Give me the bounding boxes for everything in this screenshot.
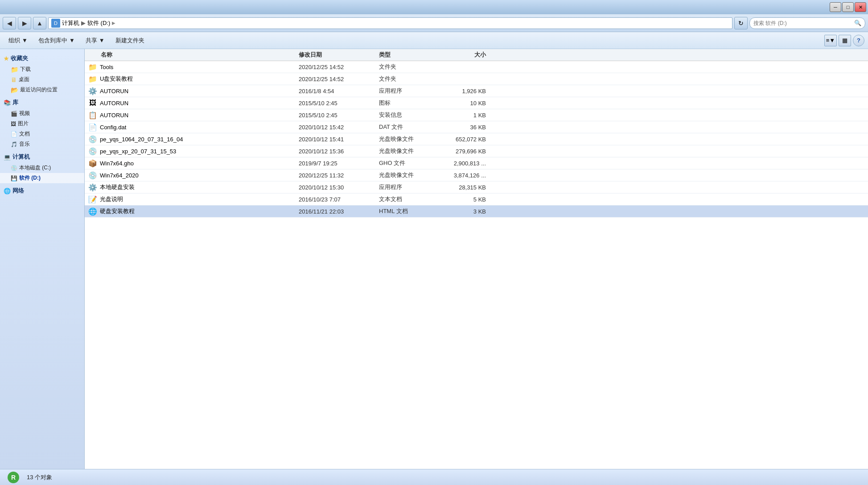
computer-header: 💻 计算机 (0, 151, 84, 163)
search-box[interactable]: 🔍 (749, 17, 865, 29)
table-row[interactable]: 📝 光盘说明 2016/10/23 7:07 文本文档 5 KB (85, 193, 868, 206)
sidebar-item-pictures[interactable]: 🖼 图片 (0, 119, 84, 129)
col-header-date[interactable]: 修改日期 (299, 51, 379, 59)
file-name-cell-0: 📁 Tools (85, 62, 299, 71)
file-name-text-5: Config.dat (100, 124, 126, 131)
table-row[interactable]: 📦 Win7x64.gho 2019/9/7 19:25 GHO 文件 2,90… (85, 157, 868, 169)
file-name-cell-6: 💿 pe_yqs_1064_20_07_31_16_04 (85, 135, 299, 144)
file-name-cell-9: 💿 Win7x64_2020 (85, 171, 299, 180)
status-icon: R (5, 471, 21, 484)
file-type-2: 应用程序 (379, 87, 441, 95)
documents-icon: 📄 (11, 131, 17, 137)
file-icon-12: 🌐 (88, 207, 97, 216)
refresh-button[interactable]: ↻ (734, 17, 748, 29)
file-name-text-0: Tools (100, 64, 113, 70)
library-header: 📚 库 (0, 97, 84, 108)
include-library-label: 包含到库中 (38, 37, 67, 45)
computer-icon: 💻 (4, 154, 11, 160)
path-arrow: ▶ (112, 21, 115, 25)
file-icon-7: 💿 (88, 147, 97, 156)
organize-button[interactable]: 组织 ▼ (4, 34, 33, 47)
col-header-name[interactable]: 名称 (85, 51, 299, 59)
file-type-12: HTML 文档 (379, 207, 441, 215)
network-section: 🌐 网络 (0, 185, 84, 197)
address-bar: ◀ ▶ ▲ D 计算机 ▶ 软件 (D:) ▶ ↻ 🔍 (0, 14, 868, 32)
file-date-2: 2016/1/8 4:54 (299, 88, 379, 95)
close-button[interactable]: ✕ (855, 2, 866, 12)
status-count: 13 个对象 (27, 473, 52, 481)
file-name-cell-7: 💿 pe_yqs_xp_20_07_31_15_53 (85, 147, 299, 156)
file-icon-8: 📦 (88, 159, 97, 168)
sidebar-item-local-c[interactable]: 💿 本地磁盘 (C:) (0, 163, 84, 173)
favorites-section: ★ 收藏夹 📁 下载 🖥 桌面 📂 最近访问的位置 (0, 53, 84, 95)
desktop-icon: 🖥 (11, 76, 17, 83)
sidebar: ★ 收藏夹 📁 下载 🖥 桌面 📂 最近访问的位置 📚 库 (0, 49, 85, 469)
maximize-button[interactable]: □ (842, 2, 854, 12)
table-row[interactable]: 📋 AUTORUN 2015/5/10 2:45 安装信息 1 KB (85, 109, 868, 121)
forward-button[interactable]: ▶ (18, 17, 31, 29)
file-size-3: 10 KB (441, 100, 495, 107)
up-button[interactable]: ▲ (33, 17, 46, 29)
file-name-text-9: Win7x64_2020 (100, 172, 139, 179)
file-name-text-7: pe_yqs_xp_20_07_31_15_53 (100, 148, 176, 155)
file-date-7: 2020/10/12 15:36 (299, 148, 379, 155)
table-row[interactable]: 📁 Tools 2020/12/25 14:52 文件夹 (85, 61, 868, 73)
music-icon: 🎵 (11, 141, 17, 148)
table-row[interactable]: 📁 U盘安装教程 2020/12/25 14:52 文件夹 (85, 73, 868, 85)
file-date-5: 2020/10/12 15:42 (299, 124, 379, 131)
help-button[interactable]: ? (853, 35, 864, 46)
view-arrow: ▼ (829, 37, 835, 44)
sidebar-item-recent[interactable]: 📂 最近访问的位置 (0, 85, 84, 95)
sidebar-item-videos[interactable]: 🎬 视频 (0, 108, 84, 119)
view-toggle-button[interactable]: ≡ ▼ (824, 35, 837, 46)
new-folder-label: 新建文件夹 (115, 37, 144, 45)
file-icon-6: 💿 (88, 135, 97, 144)
file-area: 名称 修改日期 类型 大小 📁 Tools 2020/12/25 14:52 文… (85, 49, 868, 469)
music-label: 音乐 (19, 140, 30, 148)
file-type-1: 文件夹 (379, 75, 441, 83)
table-row[interactable]: ⚙️ AUTORUN 2016/1/8 4:54 应用程序 1,926 KB (85, 85, 868, 97)
preview-pane-button[interactable]: ▦ (839, 35, 851, 46)
file-size-12: 3 KB (441, 208, 495, 215)
table-row[interactable]: 🖼 AUTORUN 2015/5/10 2:45 图标 10 KB (85, 97, 868, 109)
table-row[interactable]: 🌐 硬盘安装教程 2016/11/21 22:03 HTML 文档 3 KB (85, 206, 868, 218)
table-row[interactable]: 📄 Config.dat 2020/10/12 15:42 DAT 文件 36 … (85, 121, 868, 133)
sidebar-item-documents[interactable]: 📄 文档 (0, 129, 84, 139)
file-type-5: DAT 文件 (379, 123, 441, 131)
file-name-text-10: 本地硬盘安装 (100, 183, 135, 191)
organize-arrow: ▼ (22, 37, 28, 44)
search-input[interactable] (753, 20, 852, 26)
include-library-button[interactable]: 包含到库中 ▼ (33, 34, 80, 47)
file-type-4: 安装信息 (379, 111, 441, 119)
back-button[interactable]: ◀ (3, 17, 16, 29)
table-row[interactable]: 💿 pe_yqs_xp_20_07_31_15_53 2020/10/12 15… (85, 145, 868, 157)
table-row[interactable]: ⚙️ 本地硬盘安装 2020/10/12 15:30 应用程序 28,315 K… (85, 181, 868, 193)
table-row[interactable]: 💿 pe_yqs_1064_20_07_31_16_04 2020/10/12 … (85, 133, 868, 145)
sidebar-item-downloads[interactable]: 📁 下载 (0, 64, 84, 74)
col-header-size[interactable]: 大小 (441, 51, 495, 59)
file-name-text-1: U盘安装教程 (100, 75, 133, 83)
path-separator-1: ▶ (81, 20, 86, 26)
file-type-6: 光盘映像文件 (379, 135, 441, 143)
toolbar-right: ≡ ▼ ▦ ? (824, 35, 864, 46)
new-folder-button[interactable]: 新建文件夹 (111, 34, 149, 47)
recent-icon: 📂 (11, 86, 18, 94)
col-header-type[interactable]: 类型 (379, 51, 441, 59)
share-button[interactable]: 共享 ▼ (81, 34, 110, 47)
favorites-label: 收藏夹 (11, 54, 28, 62)
network-label: 网络 (12, 187, 24, 195)
table-row[interactable]: 💿 Win7x64_2020 2020/12/25 11:32 光盘映像文件 3… (85, 169, 868, 181)
file-size-8: 2,900,813 ... (441, 160, 495, 167)
videos-icon: 🎬 (11, 111, 17, 117)
recent-label: 最近访问的位置 (20, 86, 58, 94)
sidebar-item-desktop[interactable]: 🖥 桌面 (0, 74, 84, 85)
address-path[interactable]: D 计算机 ▶ 软件 (D:) ▶ (48, 17, 732, 29)
file-name-cell-5: 📄 Config.dat (85, 123, 299, 132)
file-name-text-12: 硬盘安装教程 (100, 207, 135, 215)
share-arrow: ▼ (99, 37, 105, 44)
library-icon: 📚 (4, 99, 11, 106)
sidebar-item-music[interactable]: 🎵 音乐 (0, 139, 84, 149)
videos-label: 视频 (19, 110, 30, 117)
minimize-button[interactable]: ─ (830, 2, 841, 12)
sidebar-item-drive-d[interactable]: 💾 软件 (D:) (0, 173, 84, 183)
